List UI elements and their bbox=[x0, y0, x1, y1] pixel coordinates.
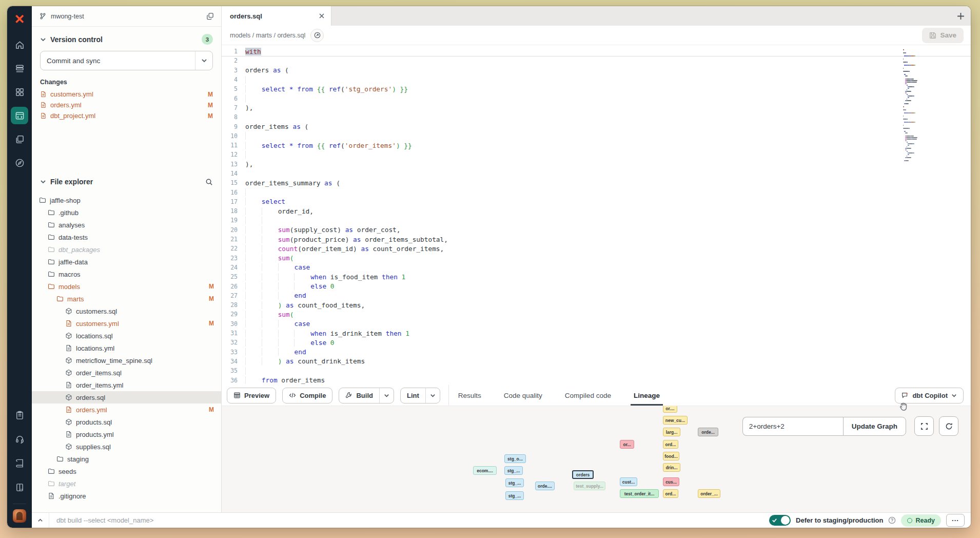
lineage-node-ord[interactable]: ord... bbox=[663, 440, 678, 449]
tree-item-seeds[interactable]: seeds bbox=[32, 465, 221, 477]
dbt-logo-icon[interactable]: ✕ bbox=[11, 10, 28, 28]
panel-icon[interactable] bbox=[11, 478, 28, 496]
tree-item-orders-sql[interactable]: orders.sql bbox=[32, 391, 221, 404]
tree-item-macros[interactable]: macros bbox=[32, 268, 221, 280]
tree-item-dbt-packages[interactable]: dbt_packages bbox=[32, 243, 221, 256]
code-editor[interactable]: 1with23orders as (4 5 select * from {{ r… bbox=[222, 45, 971, 385]
tree-item-jaffle-data[interactable]: jaffle-data bbox=[32, 256, 221, 268]
lineage-node-orde[interactable]: orde.... bbox=[535, 482, 555, 490]
environments-icon[interactable] bbox=[11, 60, 28, 77]
build-button[interactable]: Build bbox=[339, 388, 394, 404]
windows-icon[interactable] bbox=[11, 130, 28, 148]
tab-lineage[interactable]: Lineage bbox=[634, 385, 660, 406]
close-icon[interactable] bbox=[319, 13, 325, 19]
search-icon[interactable] bbox=[205, 178, 213, 186]
lineage-node-ecom[interactable]: ecom.... bbox=[473, 466, 497, 475]
help-icon[interactable] bbox=[888, 516, 896, 524]
lineage-node-or[interactable]: or.... bbox=[663, 406, 677, 413]
refresh-button[interactable] bbox=[939, 416, 958, 436]
tree-item-data-tests[interactable]: data-tests bbox=[32, 231, 221, 243]
lineage-node-stg[interactable]: stg_... bbox=[504, 466, 523, 475]
lineage-node-newcu[interactable]: new_cu... bbox=[663, 416, 688, 425]
changed-file-row[interactable]: dbt_project.ymlM bbox=[32, 110, 221, 121]
lint-button[interactable]: Lint bbox=[400, 388, 440, 404]
file-explorer-header[interactable]: File explorer bbox=[32, 170, 221, 191]
lineage-node-orde[interactable]: orde... bbox=[698, 428, 718, 436]
ide-icon[interactable] bbox=[11, 107, 28, 124]
tab-code-quality[interactable]: Code quality bbox=[504, 385, 542, 406]
tree-item-metricflow-time-spine-sql[interactable]: metricflow_time_spine.sql bbox=[32, 354, 221, 367]
more-options-button[interactable]: ... bbox=[946, 514, 965, 527]
lineage-node-larg[interactable]: larg... bbox=[663, 428, 680, 436]
support-headset-icon[interactable] bbox=[11, 430, 28, 448]
lineage-node-order[interactable]: order_... bbox=[698, 489, 720, 498]
code-line: 6 bbox=[222, 93, 971, 103]
lineage-node-stg[interactable]: stg_... bbox=[505, 491, 524, 500]
tree-item--gitignore[interactable]: .gitignore bbox=[32, 490, 221, 502]
tree-item-analyses[interactable]: analyses bbox=[32, 219, 221, 231]
folder-icon bbox=[48, 234, 55, 241]
commit-dropdown-chevron[interactable] bbox=[195, 51, 212, 70]
collapse-command-bar-button[interactable] bbox=[32, 513, 49, 528]
defer-toggle[interactable] bbox=[769, 515, 791, 526]
version-control-header[interactable]: Version control 3 bbox=[32, 27, 221, 50]
tree-item--github[interactable]: .github bbox=[32, 206, 221, 219]
folder-icon bbox=[39, 197, 46, 204]
tree-item-jaffle-shop[interactable]: jaffle-shop bbox=[32, 194, 221, 206]
commit-and-sync-button[interactable]: Commit and sync bbox=[40, 51, 213, 70]
lineage-node-drin[interactable]: drin... bbox=[663, 463, 680, 472]
open-lineage-icon[interactable] bbox=[310, 29, 324, 42]
tree-item-products-yml[interactable]: products.yml bbox=[32, 428, 221, 440]
lineage-node-cust[interactable]: cust... bbox=[620, 477, 637, 486]
lineage-node-food[interactable]: food... bbox=[663, 452, 679, 460]
user-avatar[interactable] bbox=[13, 504, 26, 523]
preview-button[interactable]: Preview bbox=[227, 388, 276, 404]
tree-item-orders-yml[interactable]: orders.ymlM bbox=[32, 404, 221, 416]
lineage-node-testorderit[interactable]: test_order_it... bbox=[620, 489, 659, 498]
lineage-node-stg[interactable]: stg_... bbox=[505, 478, 524, 487]
tree-item-customers-sql[interactable]: customers.sql bbox=[32, 305, 221, 317]
code-line: 31 when is_drink_item then 1 bbox=[222, 329, 971, 338]
home-icon[interactable] bbox=[11, 36, 28, 53]
copy-pages-icon[interactable] bbox=[206, 12, 214, 20]
changed-file-row[interactable]: orders.ymlM bbox=[32, 100, 221, 110]
lineage-node-or[interactable]: or... bbox=[620, 440, 634, 449]
chevron-down-icon[interactable] bbox=[425, 388, 440, 403]
chevron-down-icon[interactable] bbox=[379, 388, 394, 403]
docs-book-icon[interactable] bbox=[11, 454, 28, 472]
editor-minimap[interactable] bbox=[903, 49, 937, 163]
lineage-filter-input[interactable] bbox=[742, 417, 843, 436]
clipboard-icon[interactable] bbox=[11, 406, 28, 424]
new-tab-button[interactable] bbox=[950, 6, 971, 26]
tree-item-marts[interactable]: martsM bbox=[32, 293, 221, 305]
lineage-panel: ecom....stg_o...stg_...stg_...stg_...ord… bbox=[222, 406, 971, 512]
explore-compass-icon[interactable] bbox=[11, 154, 28, 171]
lineage-node-testsupply[interactable]: test_supply... bbox=[574, 482, 605, 490]
tree-item-supplies-sql[interactable]: supplies.sql bbox=[32, 440, 221, 453]
tree-item-customers-yml[interactable]: customers.ymlM bbox=[32, 317, 221, 330]
tree-item-order-items-sql[interactable]: order_items.sql bbox=[32, 367, 221, 379]
tab-results[interactable]: Results bbox=[458, 385, 481, 406]
save-button[interactable]: Save bbox=[922, 28, 964, 43]
tab-compiled-code[interactable]: Compiled code bbox=[565, 385, 611, 406]
compile-button[interactable]: Compile bbox=[282, 388, 332, 404]
tree-item-models[interactable]: modelsM bbox=[32, 280, 221, 293]
lineage-node-stgo[interactable]: stg_o... bbox=[504, 454, 526, 463]
lineage-node-orders[interactable]: orders bbox=[572, 470, 594, 479]
apps-grid-icon[interactable] bbox=[11, 83, 28, 101]
file-icon bbox=[48, 492, 55, 499]
changed-file-row[interactable]: customers.ymlM bbox=[32, 89, 221, 100]
lineage-node-cus[interactable]: cus... bbox=[663, 477, 679, 486]
command-input[interactable]: dbt build --select <model_name> bbox=[56, 516, 769, 524]
fullscreen-button[interactable] bbox=[914, 416, 934, 436]
tree-item-products-sql[interactable]: products.sql bbox=[32, 416, 221, 428]
lineage-node-ord[interactable]: ord... bbox=[663, 489, 678, 498]
code-line: 7), bbox=[222, 103, 971, 112]
tree-item-locations-sql[interactable]: locations.sql bbox=[32, 330, 221, 342]
tree-item-locations-yml[interactable]: locations.yml bbox=[32, 342, 221, 354]
tab-orders-sql[interactable]: orders.sql bbox=[222, 6, 331, 26]
tree-item-staging[interactable]: staging bbox=[32, 453, 221, 465]
tree-item-order-items-yml[interactable]: order_items.yml bbox=[32, 379, 221, 391]
tree-item-target[interactable]: target bbox=[32, 477, 221, 490]
update-graph-button[interactable]: Update Graph bbox=[843, 417, 906, 436]
